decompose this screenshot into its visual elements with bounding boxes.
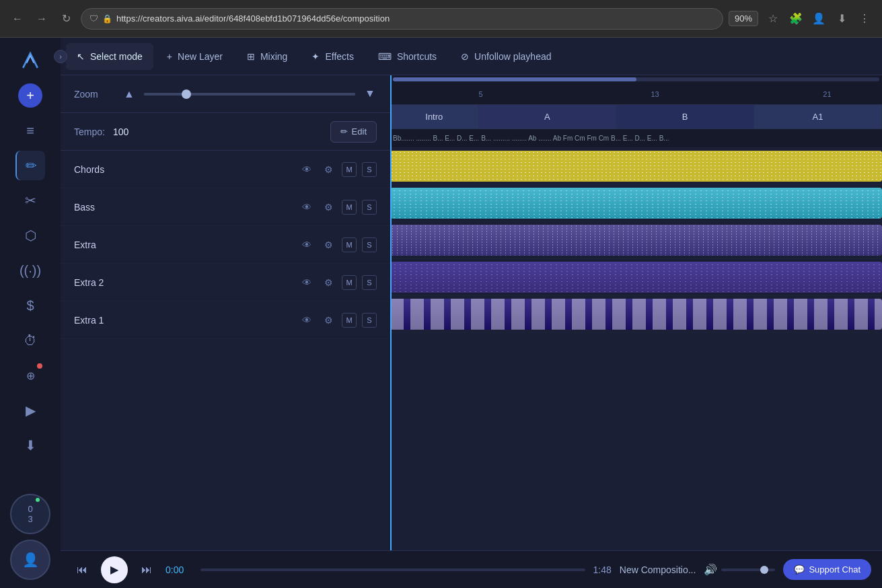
section-a-label: A (544, 112, 550, 122)
support-chat-label: Support Chat (809, 564, 860, 575)
bookmark-button[interactable]: ☆ (764, 9, 782, 28)
track-row-extra1: Extra 1 👁 ⚙ M S (61, 301, 390, 339)
chords-settings-button[interactable]: ⚙ (320, 161, 336, 178)
measure-21: 21 (823, 90, 831, 98)
track-controls-chords: 👁 ⚙ M S (299, 161, 377, 178)
play-triangle-icon: ▶ (110, 563, 118, 576)
bass-mute-button[interactable]: M (342, 200, 357, 215)
track-controls-bass: 👁 ⚙ M S (299, 199, 377, 215)
zoom-increase-button[interactable]: ▲ (363, 87, 377, 101)
new-layer-button[interactable]: + New Layer (156, 43, 233, 70)
extra-solo-button[interactable]: S (362, 237, 377, 252)
scrollbar-track[interactable] (393, 77, 879, 81)
avatar-button[interactable]: 👤 (10, 540, 50, 580)
track-strip-bass[interactable] (390, 185, 882, 222)
add-button[interactable]: + (18, 83, 42, 108)
extensions-button[interactable]: 🧩 (786, 9, 805, 28)
download-icon: ⬇ (25, 437, 36, 453)
tracks-canvas[interactable]: // dots will be rendered via inline styl… (390, 148, 882, 550)
timeline-scrollbar[interactable] (390, 75, 882, 83)
track-strip-extra2[interactable] (390, 259, 882, 296)
effects-label: Effects (325, 51, 354, 62)
extra1-visibility-button[interactable]: 👁 (299, 312, 315, 328)
sidebar-item-scissors[interactable]: ✂ (15, 186, 45, 215)
track-strip-extra1[interactable] (390, 296, 882, 333)
volume-sub: 3 (28, 514, 32, 524)
section-a[interactable]: A (479, 105, 617, 128)
volume-knob[interactable]: 0 3 (10, 494, 50, 534)
logo[interactable] (15, 46, 45, 75)
extra1-settings-button[interactable]: ⚙ (320, 312, 336, 328)
zoom-slider[interactable] (144, 93, 355, 96)
scissors-icon: ✂ (25, 192, 36, 209)
extra1-mute-button[interactable]: M (342, 313, 357, 328)
zoom-decrease-button[interactable]: ▲ (122, 87, 136, 101)
mixing-icon: ⊞ (247, 51, 255, 62)
effects-button[interactable]: ✦ Effects (301, 43, 365, 70)
extra2-settings-button[interactable]: ⚙ (320, 274, 336, 291)
skip-forward-button[interactable]: ⏭ (136, 559, 157, 581)
track-row-extra2: Extra 2 👁 ⚙ M S (61, 264, 390, 301)
sidebar-item-badge[interactable]: ⬡ (15, 221, 45, 250)
extra-mute-button[interactable]: M (342, 237, 357, 252)
play-button[interactable]: ▶ (101, 556, 128, 583)
chords-mute-button[interactable]: M (342, 162, 357, 177)
chords-visibility-button[interactable]: 👁 (299, 161, 315, 178)
avatar-icon: 👤 (22, 552, 39, 568)
track-strip-extra[interactable] (390, 222, 882, 259)
sidebar-item-compositions[interactable]: ≡ (15, 116, 45, 145)
sidebar-expand-button[interactable]: › (54, 50, 67, 63)
extra-visibility-button[interactable]: 👁 (299, 237, 315, 253)
end-time: 1:48 (593, 564, 612, 575)
extra2-mute-button[interactable]: M (342, 275, 357, 290)
zoom-slider-track (144, 93, 355, 96)
section-b[interactable]: B (616, 105, 754, 128)
forward-button[interactable]: → (32, 9, 51, 28)
back-button[interactable]: ← (8, 9, 27, 28)
sidebar-item-history[interactable]: ⏱ (15, 326, 45, 355)
extra2-solo-button[interactable]: S (362, 275, 377, 290)
track-controls-extra2: 👁 ⚙ M S (299, 274, 377, 291)
extra1-solo-button[interactable]: S (362, 313, 377, 328)
sidebar-item-play[interactable]: ▶ (15, 396, 45, 425)
progress-bar[interactable] (200, 568, 585, 571)
zoom-level[interactable]: 90% (729, 11, 758, 26)
track-name-extra2: Extra 2 (74, 277, 121, 288)
shortcuts-button[interactable]: ⌨ Shortcuts (367, 43, 447, 70)
sidebar-item-download[interactable]: ⬇ (15, 431, 45, 460)
sidebar: › + ≡ ✏ ✂ ⬡ ((·)) $ ⏱ (0, 38, 61, 588)
bass-visibility-button[interactable]: 👁 (299, 199, 315, 215)
tempo-edit-button[interactable]: ✏ Edit (330, 121, 377, 143)
unfollow-playhead-button[interactable]: ⊘ Unfollow playhead (450, 43, 562, 70)
chords-solo-button[interactable]: S (362, 162, 377, 177)
tempo-value: 100 (113, 126, 128, 137)
browser-chrome: ← → ↻ 🛡 🔒 https://creators.aiva.ai/edito… (0, 0, 882, 38)
skip-back-button[interactable]: ⏮ (71, 559, 93, 581)
shortcuts-label: Shortcuts (397, 51, 437, 62)
extra-settings-button[interactable]: ⚙ (320, 237, 336, 253)
sidebar-item-discord[interactable]: ⊕ (15, 361, 45, 390)
menu-button[interactable]: ⋮ (855, 9, 874, 28)
section-a1[interactable]: A1 (754, 105, 882, 128)
compositions-icon: ≡ (26, 123, 34, 139)
timeline-area[interactable]: 5 13 21 Intro A B A1 (390, 75, 882, 550)
sidebar-item-edit[interactable]: ✏ (15, 151, 45, 180)
support-chat-button[interactable]: 💬 Support Chat (783, 559, 871, 580)
refresh-button[interactable]: ↻ (57, 9, 75, 28)
bass-solo-button[interactable]: S (362, 200, 377, 215)
volume-slider[interactable] (721, 568, 775, 571)
bass-settings-button[interactable]: ⚙ (320, 199, 336, 215)
select-mode-button[interactable]: ↖ Select mode (66, 43, 153, 70)
section-intro[interactable]: Intro (390, 105, 479, 128)
sidebar-item-dollar[interactable]: $ (15, 291, 45, 320)
scrollbar-thumb[interactable] (393, 77, 636, 81)
tempo-label: Tempo: (74, 126, 105, 137)
track-strip-chords[interactable]: // dots will be rendered via inline styl… (390, 148, 882, 185)
address-bar[interactable]: 🛡 🔒 https://creators.aiva.ai/editor/648f… (81, 8, 723, 30)
mixing-button[interactable]: ⊞ Mixing (236, 43, 298, 70)
extra2-visibility-button[interactable]: 👁 (299, 274, 315, 291)
downloads-button[interactable]: ⬇ (832, 9, 851, 28)
sidebar-item-radio[interactable]: ((·)) (15, 256, 45, 285)
chord-labels-text: Bb....... ........ B... E... D... E... B… (393, 135, 669, 142)
account-button[interactable]: 👤 (809, 9, 828, 28)
